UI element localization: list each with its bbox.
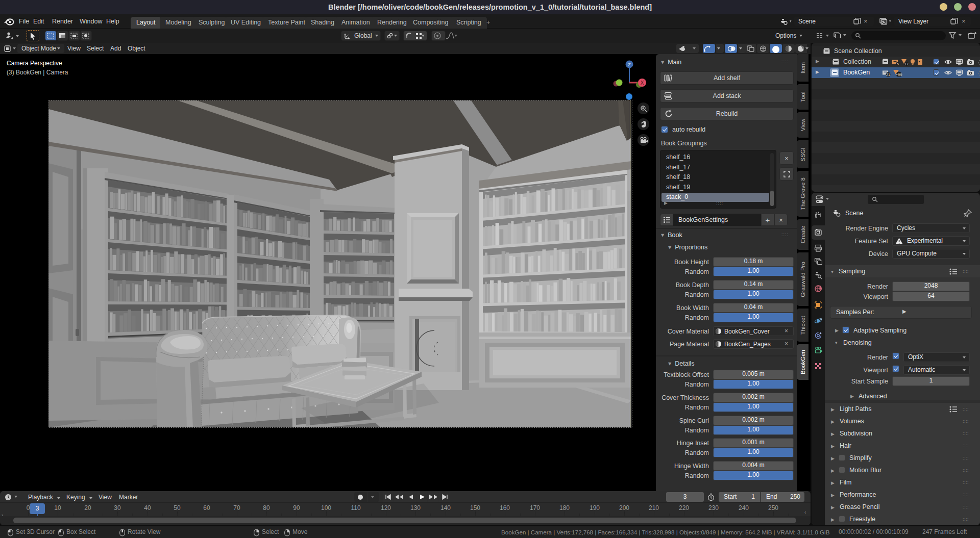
svg-text:5: 5 bbox=[897, 62, 899, 66]
svg-text:17: 17 bbox=[904, 62, 909, 66]
svg-text:Z: Z bbox=[628, 62, 631, 67]
svg-text:21: 21 bbox=[886, 73, 890, 76]
svg-text:+99: +99 bbox=[896, 72, 902, 77]
svg-text:X: X bbox=[641, 80, 644, 86]
